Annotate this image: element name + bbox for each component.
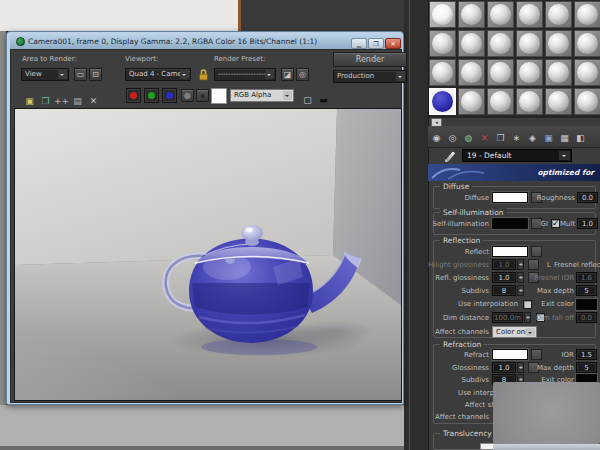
minimize-button[interactable]: ▁	[351, 38, 367, 49]
make-unique-icon[interactable]: ∗	[509, 130, 524, 146]
green-channel-button[interactable]	[144, 88, 159, 103]
roughness-input[interactable]: 0.0	[577, 192, 598, 203]
background-color-swatch[interactable]	[211, 88, 227, 104]
refl-glossiness-input[interactable]: 1.0	[492, 272, 516, 283]
material-slot-3[interactable]	[487, 1, 514, 28]
material-slot-4[interactable]	[516, 1, 543, 28]
blue-channel-button[interactable]	[162, 88, 177, 103]
clear-image-icon[interactable]: ✕	[86, 93, 101, 109]
layers-icon[interactable]: ▢	[300, 92, 315, 108]
refraction-max-depth-input[interactable]: 5	[576, 362, 597, 373]
edit-region-button[interactable]: ▭	[74, 68, 87, 81]
refract-map-button[interactable]	[531, 349, 542, 360]
dim-distance-spinner[interactable]	[524, 312, 531, 323]
refl-glossiness-spinner[interactable]	[517, 272, 524, 283]
dim-distance-input[interactable]: 100.0m	[492, 312, 523, 323]
get-material-icon[interactable]: ◉	[429, 130, 444, 146]
hilight-glossiness-input[interactable]: 1.0	[492, 259, 516, 270]
material-slot-7[interactable]	[429, 30, 456, 57]
dim-falloff-input[interactable]: 0.0	[576, 312, 597, 323]
material-slot-23[interactable]	[545, 88, 572, 115]
reflection-affect-channels-select[interactable]: Color only	[492, 326, 537, 338]
red-channel-button[interactable]	[126, 88, 141, 103]
refraction-glossiness-spinner[interactable]	[517, 362, 524, 373]
material-slot-16[interactable]	[516, 59, 543, 86]
refraction-group-title: Refraction	[440, 340, 484, 349]
viewport-select[interactable]: Quad 4 - Camera1	[125, 68, 191, 81]
save-image-icon[interactable]: ▣	[22, 93, 37, 109]
refraction-glossiness-input[interactable]: 1.0	[492, 362, 516, 373]
render-setup-button[interactable]: ◎	[296, 68, 309, 81]
reflect-color-swatch[interactable]	[492, 246, 528, 257]
reflection-subdivs-spinner[interactable]	[517, 285, 524, 296]
show-map-in-viewport-icon[interactable]: ▦	[557, 130, 572, 146]
pan-icon[interactable]: ++	[54, 93, 69, 109]
title-bar[interactable]: Camera001, frame 0, Display Gamma: 2.2, …	[10, 34, 402, 49]
ior-input[interactable]: 1.5	[576, 349, 597, 360]
material-slot-21[interactable]	[487, 88, 514, 115]
material-slot-5[interactable]	[545, 1, 572, 28]
refract-color-swatch[interactable]	[492, 349, 528, 360]
dim-falloff-label: Dim fall off	[533, 314, 574, 322]
material-slot-24[interactable]	[574, 88, 600, 115]
material-slot-17[interactable]	[545, 59, 572, 86]
mult-input[interactable]: 1.0	[577, 218, 598, 229]
material-slot-18[interactable]	[574, 59, 600, 86]
reflection-use-interpolation-checkbox[interactable]	[523, 300, 532, 309]
reflection-max-depth-input[interactable]: 5	[576, 285, 597, 296]
show-end-result-icon[interactable]: ◧	[573, 130, 588, 146]
gi-checkbox[interactable]	[551, 219, 560, 228]
make-material-copy-icon[interactable]: ❐	[493, 130, 508, 146]
self-illumination-label: Self-illumination	[428, 220, 489, 228]
diffuse-color-swatch[interactable]	[492, 192, 528, 203]
material-slot-15[interactable]	[487, 59, 514, 86]
material-slot-6[interactable]	[574, 1, 600, 28]
material-slot-9[interactable]	[487, 30, 514, 57]
material-slot-1[interactable]	[429, 1, 456, 28]
material-slot-8[interactable]	[458, 30, 485, 57]
put-material-to-scene-icon[interactable]: ◎	[445, 130, 460, 146]
material-slot-14[interactable]	[458, 59, 485, 86]
material-sphere-preview	[519, 33, 540, 54]
self-illumination-color-swatch[interactable]	[492, 218, 528, 229]
color-correction-icon[interactable]: ▬	[316, 92, 331, 108]
alpha-channel-button[interactable]: ▪	[196, 89, 209, 102]
material-slot-2[interactable]	[458, 1, 485, 28]
assign-material-to-selection-icon[interactable]: ◍	[461, 130, 476, 146]
material-id-channel-icon[interactable]: ▣	[541, 130, 556, 146]
fresnel-ior-input[interactable]: 1.6	[576, 272, 597, 283]
material-slot-20[interactable]	[458, 88, 485, 115]
material-sphere-preview	[490, 62, 511, 83]
put-to-library-icon[interactable]: ◈	[525, 130, 540, 146]
hilight-glossiness-spinner[interactable]	[517, 259, 524, 270]
snapshot-button[interactable]: ◪	[281, 68, 294, 81]
reset-material-icon[interactable]: ✕	[477, 130, 492, 146]
material-slot-13[interactable]	[429, 59, 456, 86]
reflection-exit-color-swatch[interactable]	[576, 299, 597, 310]
material-slot-19[interactable]	[429, 88, 456, 115]
print-image-icon[interactable]: ▤	[70, 93, 85, 109]
reflection-subdivs-input[interactable]: 8	[492, 285, 516, 296]
material-name-select[interactable]: 19 - Default	[462, 149, 572, 162]
auto-region-button[interactable]: ⊡	[89, 68, 102, 81]
hilight-glossiness-map-button[interactable]	[528, 259, 539, 270]
reflect-map-button[interactable]	[531, 246, 542, 257]
area-to-render-select[interactable]: View	[21, 68, 69, 81]
material-slot-22[interactable]	[516, 88, 543, 115]
close-button[interactable]: ✕	[385, 38, 401, 49]
material-slot-10[interactable]	[516, 30, 543, 57]
render-preset-value: -------------------	[218, 70, 266, 78]
monochrome-button[interactable]: ●	[181, 89, 194, 102]
lock-viewport-button[interactable]	[197, 67, 210, 81]
channel-display-select[interactable]: RGB Alpha	[230, 89, 294, 102]
render-preset-select[interactable]: -------------------	[214, 68, 276, 81]
render-mode-select[interactable]: Production	[333, 70, 407, 83]
clone-rendered-frame-icon[interactable]: ❐	[38, 93, 53, 109]
material-slot-12[interactable]	[574, 30, 600, 57]
material-sphere-preview	[519, 62, 540, 83]
restore-button[interactable]: ❐	[368, 38, 384, 49]
render-button[interactable]: Render	[333, 52, 407, 67]
diffuse-group-title: Diffuse	[440, 182, 472, 191]
material-slot-11[interactable]	[545, 30, 572, 57]
material-editor-toolbar: ◉◎◍✕❐∗◈▣▦◧	[428, 126, 600, 148]
